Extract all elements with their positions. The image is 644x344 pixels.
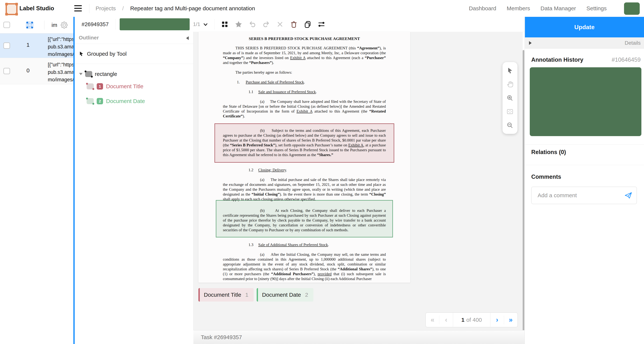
group-mode-label: Grouped by Tool: [87, 51, 126, 57]
relations-title: Relations (0): [531, 149, 566, 155]
tool-palette: [502, 62, 518, 134]
first-page-button[interactable]: «: [426, 313, 439, 327]
toolbar-actions: [221, 17, 326, 32]
task-completed-count: 1: [24, 42, 32, 48]
user-avatar[interactable]: [624, 3, 640, 15]
breadcrumb-projects[interactable]: Projects: [96, 5, 116, 12]
tree-group-rectangle[interactable]: rectangle: [75, 69, 193, 79]
annotation-canvas: SERIES B PREFERRED STOCK PURCHASE AGREEM…: [194, 32, 523, 330]
details-label: Details: [624, 37, 641, 49]
task-id-label: #26949357: [82, 17, 109, 32]
cursor-tool-icon: [79, 51, 84, 57]
right-panel-divider: [524, 17, 525, 344]
comment-box: [531, 187, 637, 204]
document-page[interactable]: SERIES B PREFERRED STOCK PURCHASE AGREEM…: [198, 32, 410, 283]
gear-icon[interactable]: [60, 21, 69, 30]
task-pagination: « ‹ 1of 400 › »: [426, 312, 518, 327]
comments-title: Comments: [531, 174, 561, 180]
send-comment-icon[interactable]: [624, 192, 632, 199]
annotation-history-title: Annotation History: [531, 57, 583, 63]
collapse-panel-icon[interactable]: [186, 36, 189, 40]
hamburger-menu-icon[interactable]: [74, 5, 82, 12]
pan-hand-tool-icon[interactable]: [506, 80, 514, 89]
region-item-document-date[interactable]: 2 Document Date: [75, 94, 193, 108]
zoom-in-tool-icon[interactable]: [506, 93, 514, 102]
nav-members[interactable]: Members: [506, 5, 530, 12]
tree-expand-icon[interactable]: [79, 73, 82, 75]
settings-sliders-icon[interactable]: [317, 20, 326, 29]
update-button[interactable]: Update: [525, 17, 644, 37]
column-divider[interactable]: [44, 21, 44, 30]
task-checkbox[interactable]: [3, 43, 10, 49]
image-column-header[interactable]: im: [52, 17, 57, 33]
vertical-scrollbar[interactable]: [523, 50, 524, 342]
header-divider: [89, 4, 90, 13]
nav-data-manager[interactable]: Data Manager: [540, 5, 576, 12]
next-page-button[interactable]: ›: [490, 313, 504, 327]
duplicate-annotation-icon[interactable]: [304, 20, 312, 29]
select-tool-icon[interactable]: [506, 66, 514, 75]
chevron-down-icon[interactable]: [203, 22, 208, 27]
group-by-tool-control[interactable]: Grouped by Tool: [75, 44, 193, 64]
grid-view-icon[interactable]: [221, 20, 229, 29]
label-chip-document-date[interactable]: Document Date 2: [257, 288, 314, 301]
task-row[interactable]: 0 [{"url":"https: pub.s3.amaz mo/images/: [0, 58, 73, 84]
task-data-snippet: [{"url":"https: pub.s3.amaz mo/images/: [48, 36, 76, 58]
redo-icon[interactable]: [262, 20, 270, 29]
task-completed-count: 0: [24, 67, 32, 74]
breadcrumb: Projects / Repeater tag and Multi-page d…: [96, 0, 255, 17]
label-chips: Document Title 1 Document Date 2: [198, 288, 314, 301]
region-rect-icon: [86, 98, 94, 104]
region-rect-icon: [86, 83, 94, 89]
task-checkbox[interactable]: [3, 68, 10, 74]
label-studio-app: Label Studio Projects / Repeater tag and…: [0, 0, 644, 344]
delete-annotation-icon[interactable]: [290, 20, 298, 29]
label-studio-logo-icon[interactable]: [6, 3, 18, 15]
outliner-header: Outliner: [75, 32, 193, 44]
label-hotkey: 1: [245, 292, 248, 298]
panel-resize-divider[interactable]: [73, 17, 75, 344]
task-list-panel: im 1 [{"url":"https: pub.s3.amaz mo/imag…: [0, 17, 73, 344]
brand-title: Label Studio: [20, 0, 54, 17]
region-label: Document Date: [106, 98, 145, 104]
label-chip-document-title[interactable]: Document Title 1: [198, 288, 254, 301]
nav-dashboard[interactable]: Dashboard: [469, 5, 496, 12]
comment-input[interactable]: [537, 192, 622, 199]
annotation-id: #10646459: [612, 57, 641, 63]
select-all-checkbox[interactable]: [3, 22, 10, 28]
collapse-details-icon[interactable]: [529, 41, 532, 45]
rectangle-tool-icon: [85, 71, 92, 77]
app-header: Label Studio Projects / Repeater tag and…: [0, 0, 644, 17]
annotation-page-indicator: 1/1: [193, 17, 200, 32]
regions-tree: rectangle 1 Document Title 2 Document Da…: [75, 64, 193, 108]
annotation-history-redacted-block[interactable]: [530, 67, 642, 136]
region-label: Document Title: [106, 83, 143, 90]
outliner-title: Outliner: [79, 32, 99, 44]
highlight-region-green[interactable]: (b) At each Closing, the Company shall d…: [216, 200, 393, 237]
reset-annotation-icon[interactable]: [276, 20, 284, 29]
details-bar: Details: [525, 37, 644, 49]
task-list-header: im: [0, 17, 73, 34]
breadcrumb-current-project: Repeater tag and Multi-page document ann…: [130, 5, 255, 12]
highlight-region-red[interactable]: (b) Subject to the terms and conditions …: [214, 123, 394, 163]
breadcrumb-separator: /: [122, 5, 124, 12]
fit-to-screen-tool-icon[interactable]: [506, 107, 514, 116]
region-index-badge: 2: [97, 98, 103, 104]
star-ground-truth-icon[interactable]: [234, 20, 243, 29]
nav-settings[interactable]: Settings: [586, 5, 607, 12]
top-nav: Dashboard Members Data Manager Settings: [469, 0, 607, 17]
region-selection-icon[interactable]: [26, 21, 34, 29]
details-panel: Update Details Annotation History #10646…: [525, 17, 644, 344]
task-row[interactable]: 1 [{"url":"https: pub.s3.amaz mo/images/: [0, 34, 73, 58]
annotation-toolbar: #26949357 1/1: [75, 17, 524, 32]
undo-icon[interactable]: [248, 20, 256, 29]
previous-page-button[interactable]: ‹: [440, 313, 453, 327]
page-indicator: 1of 400: [453, 313, 490, 327]
task-footer-label: Task #26949357: [194, 330, 524, 344]
zoom-out-tool-icon[interactable]: [506, 121, 514, 130]
last-page-button[interactable]: »: [504, 313, 518, 327]
annotator-redacted-chip[interactable]: [120, 18, 190, 30]
region-item-document-title[interactable]: 1 Document Title: [75, 79, 193, 94]
label-hotkey: 2: [305, 292, 308, 298]
region-index-badge: 1: [97, 83, 103, 90]
